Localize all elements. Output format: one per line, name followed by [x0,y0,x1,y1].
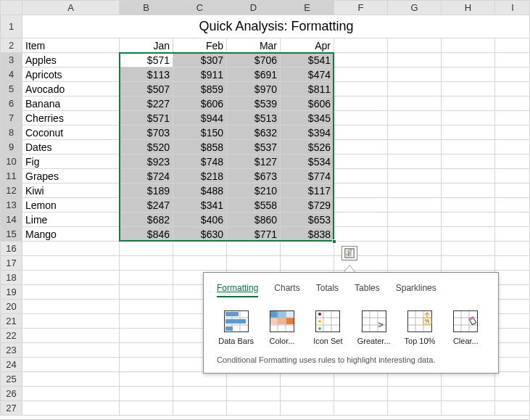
cell[interactable] [495,401,531,416]
row-header[interactable]: 11 [1,169,22,184]
cell[interactable] [442,169,495,184]
cell[interactable] [442,140,495,155]
cell[interactable]: $923 [120,155,173,169]
cell[interactable]: $541 [281,53,334,67]
cell[interactable] [334,169,388,184]
cell[interactable] [442,213,495,227]
tab-charts[interactable]: Charts [274,283,299,297]
row-header[interactable]: 15 [1,227,22,242]
cell[interactable]: $513 [227,111,281,125]
row-header[interactable]: 7 [1,111,22,125]
row-header[interactable]: 26 [1,387,22,401]
cell[interactable] [334,213,388,227]
cell[interactable] [388,82,442,96]
row-header[interactable]: 3 [1,53,22,67]
cell[interactable]: $606 [281,96,334,111]
cell[interactable] [173,387,227,401]
cell[interactable]: $406 [173,213,227,227]
cell[interactable] [388,155,442,169]
cell[interactable] [495,372,531,387]
cell[interactable]: $474 [281,67,334,82]
cell[interactable] [388,111,442,125]
cell[interactable] [388,372,442,387]
cell[interactable]: Mango [22,227,120,242]
cell[interactable] [334,111,388,125]
cell[interactable] [442,67,495,82]
cell[interactable] [22,300,120,314]
cell[interactable]: $858 [173,140,227,155]
cell[interactable] [120,314,173,329]
cell[interactable] [495,169,531,184]
cell[interactable]: Cherries [22,111,120,125]
cell[interactable] [281,372,334,387]
cell[interactable] [495,38,531,53]
cell[interactable]: Lemon [22,198,120,213]
cell[interactable] [442,38,495,53]
cell[interactable]: $911 [173,67,227,82]
row-header[interactable]: 25 [1,372,22,387]
cell[interactable]: $488 [173,184,227,198]
header-mar[interactable]: Mar [227,38,281,53]
cell[interactable] [120,358,173,372]
cell[interactable]: Banana [22,96,120,111]
cell[interactable] [388,125,442,140]
header-feb[interactable]: Feb [173,38,227,53]
cell[interactable]: $537 [227,140,281,155]
cell[interactable] [495,256,531,271]
row-header[interactable]: 6 [1,96,22,111]
row-header[interactable]: 16 [1,242,22,256]
worksheet[interactable]: A B C D E F G H I 1Quick Analysis: Forma… [0,0,530,420]
cell[interactable]: $838 [281,227,334,242]
cell[interactable] [495,314,531,329]
cell[interactable] [388,53,442,67]
cell[interactable] [281,256,334,271]
tab-formatting[interactable]: Formatting [217,283,258,297]
cell[interactable]: $944 [173,111,227,125]
cell[interactable] [442,111,495,125]
cell[interactable] [227,387,281,401]
row-header[interactable]: 13 [1,198,22,213]
cell[interactable] [120,329,173,343]
row-header[interactable]: 5 [1,82,22,96]
cell[interactable]: $526 [281,140,334,155]
cell[interactable] [334,387,388,401]
cell[interactable] [388,140,442,155]
cell[interactable] [334,198,388,213]
col-header-F[interactable]: F [334,1,388,15]
cell[interactable]: $150 [173,125,227,140]
cell[interactable] [281,401,334,416]
cell[interactable] [120,372,173,387]
cell[interactable]: Fig [22,155,120,169]
cell[interactable] [120,343,173,358]
cell[interactable] [495,242,531,256]
cell[interactable] [495,125,531,140]
cell[interactable] [388,401,442,416]
cell[interactable]: $653 [281,213,334,227]
cell[interactable] [120,401,173,416]
cell[interactable]: $571 [120,53,173,67]
cell[interactable] [281,387,334,401]
cell[interactable] [388,67,442,82]
cell[interactable]: $771 [227,227,281,242]
cell[interactable] [173,242,227,256]
cell[interactable] [334,125,388,140]
quick-analysis-button[interactable] [341,246,357,260]
row-header[interactable]: 20 [1,300,22,314]
cell[interactable] [22,358,120,372]
cell[interactable] [388,198,442,213]
cell[interactable] [227,256,281,271]
cell[interactable] [388,213,442,227]
cell[interactable] [442,155,495,169]
cell[interactable]: $632 [227,125,281,140]
opt-data-bars[interactable]: Data Bars [217,310,255,345]
cell[interactable] [334,155,388,169]
cell[interactable] [495,111,531,125]
cell[interactable] [495,387,531,401]
cell[interactable] [495,198,531,213]
cell[interactable] [495,329,531,343]
cell[interactable]: $703 [120,125,173,140]
cell[interactable] [334,184,388,198]
cell[interactable] [495,227,531,242]
cell[interactable]: $345 [281,111,334,125]
row-header[interactable]: 10 [1,155,22,169]
